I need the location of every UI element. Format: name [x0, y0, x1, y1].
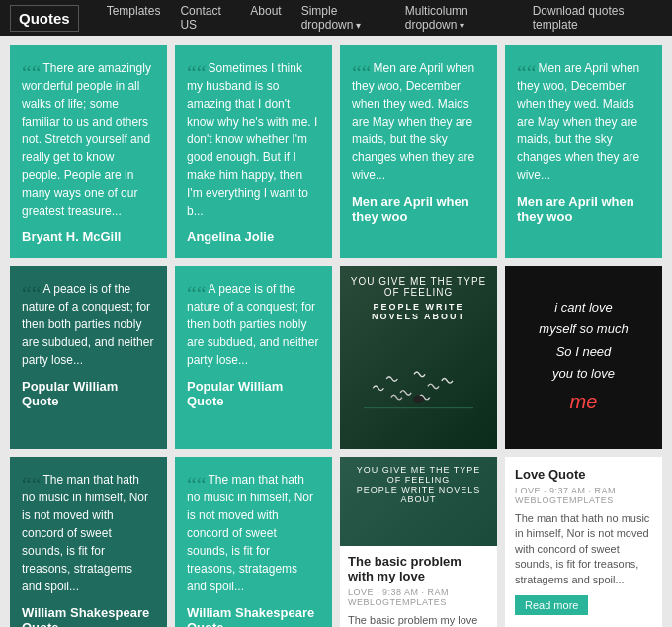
- quote-subtext-4: Men are April when they woo: [517, 194, 650, 224]
- image-overlay-text-1: YOU GIVE ME THE TYPE OF FEELING: [350, 276, 487, 298]
- quote-author-teal-2: Popular William Quote: [187, 379, 320, 408]
- quote-text-4: Men are April when they woo, December wh…: [517, 59, 650, 184]
- nav-item-multicolumn-dropdown[interactable]: Multicolumn dropdown: [395, 0, 523, 40]
- quote-text-dark-1: A peace is of the nature of a conquest; …: [22, 280, 155, 369]
- blog-card-body-1: The basic problem with my love LOVE · 9:…: [340, 546, 497, 627]
- nav-item-simple-dropdown[interactable]: Simple dropdown: [292, 0, 395, 40]
- nav-item-download[interactable]: Download quotes template: [523, 0, 662, 40]
- page-wrapper: There are amazingly wonderful people in …: [0, 36, 672, 627]
- quote-text-2: Sometimes I think my husband is so amazi…: [187, 59, 320, 220]
- grid-row-2: A peace is of the nature of a conquest; …: [10, 266, 662, 449]
- nav-item-about[interactable]: About: [240, 0, 291, 40]
- nav-item-contact[interactable]: Contact US: [170, 0, 240, 40]
- blog-card-with-image: YOU GIVE ME THE TYPE OF FEELINGPEOPLE WR…: [340, 457, 497, 627]
- love-line-4: you to love: [539, 363, 628, 385]
- love-line-5: me: [539, 385, 628, 418]
- quote-card-teal-3: The man that hath no music in himself, N…: [175, 457, 332, 627]
- blog-card-meta-1: LOVE · 9:38 AM · RAM WEBLOGTEMPLATES: [348, 587, 489, 607]
- birds-illustration: [364, 339, 473, 418]
- nav-links: Templates Contact US About Simple dropdo…: [97, 0, 662, 40]
- quote-card-teal-2: A peace is of the nature of a conquest; …: [175, 266, 332, 449]
- read-more-button-2[interactable]: Read more: [515, 595, 588, 615]
- blog-card-excerpt-1: The basic problem my love relationships …: [348, 613, 489, 627]
- love-line-1: i cant love: [539, 297, 628, 318]
- blog-card-no-image: Love Quote LOVE · 9:37 AM · RAM WEBLOGTE…: [505, 457, 662, 627]
- quote-subtext-3: Men are April when they woo: [352, 194, 485, 224]
- blog-card-excerpt-2: The man that hath no music in himself, N…: [515, 511, 652, 587]
- love-line-3: So I need: [539, 341, 628, 363]
- grid-row-3: The man that hath no music in himself, N…: [10, 457, 662, 627]
- quote-author-dark-1: Popular William Quote: [22, 379, 155, 408]
- nav-item-templates[interactable]: Templates: [97, 0, 171, 40]
- blog-card-image: YOU GIVE ME THE TYPE OF FEELINGPEOPLE WR…: [340, 457, 497, 546]
- quote-card-dark-1: A peace is of the nature of a conquest; …: [10, 266, 167, 449]
- blog-img-overlay: YOU GIVE ME THE TYPE OF FEELINGPEOPLE WR…: [348, 465, 489, 504]
- love-card-text: i cant love myself so much So I need you…: [539, 297, 628, 417]
- quote-text-3: Men are April when they woo, December wh…: [352, 59, 485, 184]
- navigation: Quotes Templates Contact US About Simple…: [0, 0, 672, 36]
- quote-text-teal-3: The man that hath no music in himself, N…: [187, 471, 320, 595]
- quote-author-dark-2: William Shakespeare Quote: [22, 605, 155, 627]
- quote-card-dark-2: The man that hath no music in himself, N…: [10, 457, 167, 627]
- image-overlay-text-2: PEOPLE WRITE NOVELS ABOUT: [350, 302, 487, 321]
- love-quote-card: i cant love myself so much So I need you…: [505, 266, 662, 449]
- quote-card-2: Sometimes I think my husband is so amazi…: [175, 45, 332, 258]
- site-brand[interactable]: Quotes: [10, 5, 79, 32]
- blog-card-title-1: The basic problem with my love: [348, 554, 489, 583]
- quote-author-1: Bryant H. McGill: [22, 229, 155, 244]
- quote-card-3: Men are April when they woo, December wh…: [340, 45, 497, 258]
- image-card-bg: YOU GIVE ME THE TYPE OF FEELING PEOPLE W…: [340, 266, 497, 449]
- blog-card-meta-2: LOVE · 9:37 AM · RAM WEBLOGTEMPLATES: [515, 486, 652, 505]
- quote-author-2: Angelina Jolie: [187, 229, 320, 244]
- love-line-2: myself so much: [539, 318, 628, 340]
- grid-row-1: There are amazingly wonderful people in …: [10, 45, 662, 258]
- quote-text-dark-2: The man that hath no music in himself, N…: [22, 471, 155, 595]
- quote-card-4: Men are April when they woo, December wh…: [505, 45, 662, 258]
- quote-card-1: There are amazingly wonderful people in …: [10, 45, 167, 258]
- quote-text-1: There are amazingly wonderful people in …: [22, 59, 155, 220]
- image-card: YOU GIVE ME THE TYPE OF FEELING PEOPLE W…: [340, 266, 497, 449]
- quote-author-teal-3: William Shakespeare Quote: [187, 605, 320, 627]
- blog-card-title-2: Love Quote: [515, 467, 652, 482]
- quote-text-teal-2: A peace is of the nature of a conquest; …: [187, 280, 320, 369]
